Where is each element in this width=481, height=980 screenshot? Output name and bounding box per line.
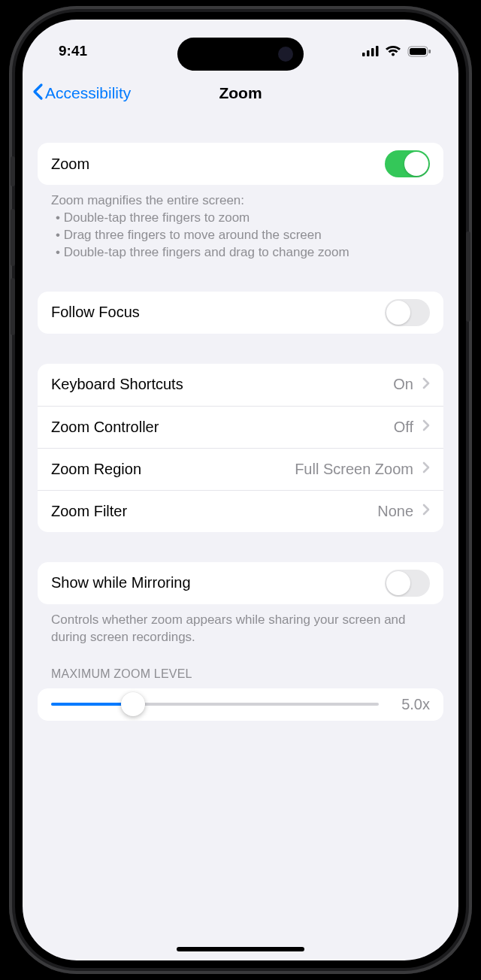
slider-thumb[interactable] [121, 692, 145, 716]
svg-rect-3 [376, 46, 379, 56]
keyboard-shortcuts-row[interactable]: Keyboard Shortcuts On [38, 364, 443, 406]
power-button [466, 231, 470, 322]
svg-rect-2 [371, 48, 374, 56]
zoom-filter-label: Zoom Filter [51, 503, 368, 520]
max-zoom-slider[interactable] [51, 703, 379, 706]
home-indicator[interactable] [177, 947, 304, 951]
zoom-filter-value: None [377, 503, 413, 520]
volume-down-button [11, 278, 15, 335]
follow-focus-label: Follow Focus [51, 304, 376, 321]
chevron-right-icon [422, 419, 430, 434]
chevron-right-icon [422, 504, 430, 519]
svg-rect-5 [410, 48, 426, 55]
zoom-toggle[interactable] [385, 150, 430, 177]
zoom-filter-row[interactable]: Zoom Filter None [38, 490, 443, 532]
svg-rect-6 [429, 50, 431, 53]
cellular-icon [362, 46, 379, 56]
status-time: 9:41 [59, 43, 87, 59]
zoom-label: Zoom [51, 156, 376, 173]
svg-rect-0 [362, 53, 365, 56]
dynamic-island [177, 38, 304, 71]
chevron-right-icon [422, 461, 430, 476]
mirroring-footer: Controls whether zoom appears while shar… [38, 604, 443, 646]
zoom-region-value: Full Screen Zoom [295, 461, 413, 478]
zoom-controller-label: Zoom Controller [51, 419, 385, 436]
zoom-region-row[interactable]: Zoom Region Full Screen Zoom [38, 448, 443, 490]
keyboard-shortcuts-label: Keyboard Shortcuts [51, 376, 384, 393]
zoom-row[interactable]: Zoom [38, 143, 443, 185]
show-while-mirroring-toggle[interactable] [385, 570, 430, 597]
zoom-footer-lead: Zoom magnifies the entire screen: [51, 192, 430, 210]
max-zoom-slider-row[interactable]: 5.0x [38, 688, 443, 721]
zoom-controller-value: Off [394, 419, 413, 436]
nav-bar: Accessibility Zoom [23, 74, 458, 113]
volume-up-button [11, 209, 15, 266]
max-zoom-header: MAXIMUM ZOOM LEVEL [38, 646, 443, 688]
zoom-footer: Zoom magnifies the entire screen: Double… [38, 185, 443, 262]
show-while-mirroring-label: Show while Mirroring [51, 574, 376, 591]
chevron-right-icon [422, 377, 430, 392]
show-while-mirroring-row[interactable]: Show while Mirroring [38, 562, 443, 604]
svg-rect-1 [367, 50, 370, 56]
page-title: Zoom [219, 84, 262, 102]
back-label: Accessibility [45, 84, 131, 102]
phone-frame: 9:41 Accessibility Zoom [9, 6, 472, 974]
follow-focus-row[interactable]: Follow Focus [38, 292, 443, 334]
max-zoom-value: 5.0x [391, 696, 430, 713]
chevron-left-icon [32, 83, 44, 104]
zoom-footer-bullet: Drag three fingers to move around the sc… [56, 227, 430, 244]
wifi-icon [385, 45, 401, 57]
zoom-controller-row[interactable]: Zoom Controller Off [38, 406, 443, 448]
follow-focus-toggle[interactable] [385, 299, 430, 326]
zoom-footer-bullet: Double-tap three fingers to zoom [56, 210, 430, 227]
zoom-footer-bullet: Double-tap three fingers and drag to cha… [56, 244, 430, 262]
battery-icon [407, 46, 431, 57]
ringer-switch [11, 156, 15, 186]
screen: 9:41 Accessibility Zoom [23, 20, 458, 960]
zoom-region-label: Zoom Region [51, 461, 286, 478]
back-button[interactable]: Accessibility [32, 83, 131, 104]
keyboard-shortcuts-value: On [393, 376, 413, 393]
